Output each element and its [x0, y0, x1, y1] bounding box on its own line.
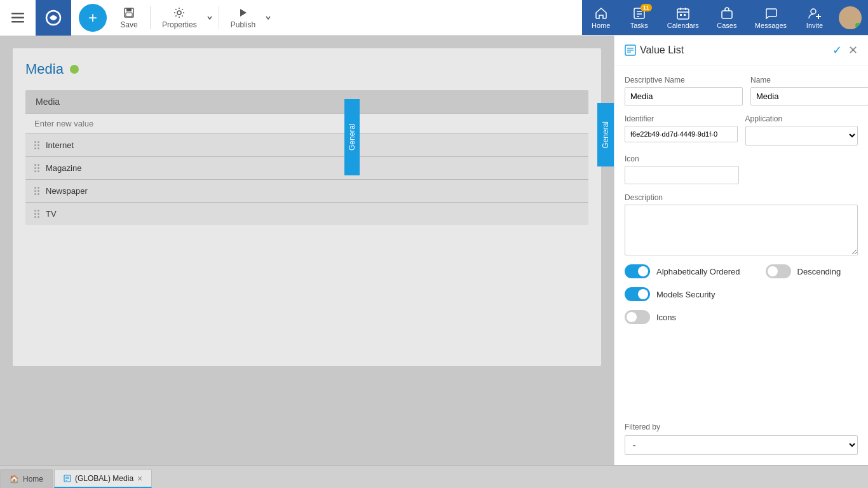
avatar[interactable]	[839, 6, 862, 29]
add-button[interactable]: +	[79, 4, 107, 32]
alphabetically-ordered-toggle[interactable]	[625, 264, 650, 278]
nav-tasks[interactable]: Tasks 11	[620, 0, 658, 36]
toggle-row-icons: Icons	[625, 310, 858, 324]
form-row-icon: Icon	[625, 154, 858, 184]
side-panel-body: Descriptive Name Name Identifier Applica…	[614, 65, 868, 423]
general-tab[interactable]: General	[344, 99, 360, 175]
drag-handle[interactable]	[34, 210, 39, 218]
tab-home-label: Home	[23, 475, 43, 484]
side-panel-title: Value List	[625, 44, 684, 56]
tab-global-media[interactable]: (GLOBAL) Media ×	[54, 469, 152, 488]
save-label: Save	[120, 20, 137, 29]
svg-rect-0	[11, 13, 24, 15]
tasks-badge: 11	[641, 4, 652, 11]
icon-input[interactable]	[625, 166, 739, 184]
publish-action[interactable]: Publish	[224, 4, 262, 32]
properties-label: Properties	[162, 20, 197, 29]
nav-home[interactable]: Home	[582, 0, 620, 36]
close-button[interactable]: ✕	[848, 43, 858, 57]
nav-cases-label: Cases	[717, 22, 736, 29]
form-group-application: Application	[745, 114, 858, 146]
logo-button[interactable]	[36, 0, 71, 36]
icons-toggle[interactable]	[625, 310, 650, 324]
nav-home-label: Home	[592, 22, 610, 29]
list-item-label: Internet	[46, 140, 74, 150]
svg-point-23	[846, 10, 855, 20]
save-action[interactable]: Save	[113, 4, 145, 32]
list-item: Magazine	[25, 157, 588, 180]
card-title-row: Media	[25, 61, 588, 78]
drag-handle[interactable]	[34, 187, 39, 195]
content-card: Media Media Internet Magazine	[13, 48, 601, 366]
side-panel-title-text: Value List	[640, 44, 684, 56]
title-status-dot	[70, 65, 79, 74]
icons-label: Icons	[656, 313, 676, 322]
nav-tasks-label: Tasks	[630, 22, 648, 29]
svg-rect-19	[722, 11, 732, 18]
application-label: Application	[745, 114, 858, 123]
tab-home[interactable]: 🏠 Home	[0, 469, 53, 488]
hamburger-button[interactable]	[0, 0, 36, 36]
svg-point-7	[177, 11, 181, 15]
descending-label: Descending	[797, 267, 841, 276]
publish-dropdown-arrow[interactable]	[264, 11, 272, 24]
nav-messages-label: Messages	[755, 22, 787, 29]
description-label: Description	[625, 193, 858, 202]
card-title: Media	[25, 61, 64, 78]
filtered-by-select[interactable]: -	[625, 435, 858, 455]
form-group-icon: Icon	[625, 154, 858, 184]
nav-calendars[interactable]: Calendars	[658, 0, 708, 36]
toggle-row-models-security: Models Security	[625, 287, 858, 301]
drag-handle[interactable]	[34, 164, 39, 172]
svg-rect-13	[677, 9, 689, 19]
svg-rect-18	[684, 14, 686, 16]
publish-label: Publish	[231, 20, 255, 29]
svg-rect-5	[126, 8, 132, 11]
list-item-label: Newspaper	[46, 186, 88, 196]
models-security-label: Models Security	[656, 290, 715, 299]
descriptive-name-input[interactable]	[625, 87, 743, 105]
nav-cases[interactable]: Cases	[708, 0, 746, 36]
confirm-button[interactable]: ✓	[832, 43, 842, 57]
tab-bar: 🏠 Home (GLOBAL) Media ×	[0, 465, 868, 488]
svg-point-20	[811, 9, 816, 14]
nav-invite-label: Invite	[806, 22, 823, 29]
properties-action[interactable]: Properties	[156, 4, 203, 32]
toggle-row-alphabetically: Alphabetically Ordered Descending	[625, 264, 858, 278]
icon-label: Icon	[625, 154, 858, 163]
application-select[interactable]	[745, 126, 858, 146]
svg-rect-17	[680, 14, 682, 16]
form-group-name: Name	[750, 76, 868, 105]
list-item: Internet	[25, 134, 588, 157]
drag-handle[interactable]	[34, 141, 39, 149]
nav-bar: Home Tasks 11 Calendars	[582, 0, 868, 35]
list-item: TV	[25, 203, 588, 225]
tab-close-button[interactable]: ×	[137, 473, 142, 484]
inner-card: Media Internet Magazine	[25, 90, 588, 225]
nav-messages[interactable]: Messages	[746, 0, 796, 36]
models-security-toggle[interactable]	[625, 287, 650, 301]
descending-toggle[interactable]	[766, 264, 791, 278]
general-tab-label: General	[601, 121, 610, 149]
name-input[interactable]	[750, 87, 868, 105]
descriptive-name-label: Descriptive Name	[625, 76, 743, 85]
descending-group: Descending	[766, 264, 841, 278]
identifier-label: Identifier	[625, 114, 738, 123]
toolbar-left: + Save Properties	[0, 0, 582, 35]
value-list-icon	[625, 44, 636, 56]
general-tab-button[interactable]: General	[597, 103, 614, 166]
list-item-label: TV	[46, 209, 57, 219]
description-textarea[interactable]	[625, 205, 858, 255]
form-group-identifier: Identifier	[625, 114, 738, 146]
toolbar-actions: Save Properties Publish	[113, 4, 272, 32]
svg-rect-2	[11, 21, 24, 23]
identifier-input[interactable]	[625, 126, 738, 142]
dropdown-arrow[interactable]	[206, 11, 214, 24]
svg-marker-8	[240, 9, 247, 17]
nav-invite[interactable]: Invite	[796, 0, 834, 36]
form-row-identifier: Identifier Application	[625, 114, 858, 146]
alphabetically-ordered-label: Alphabetically Ordered	[656, 267, 740, 276]
list-item: Newspaper	[25, 180, 588, 203]
new-value-input[interactable]	[25, 114, 588, 134]
list-items-container: Internet Magazine Newspaper TV	[25, 134, 588, 225]
